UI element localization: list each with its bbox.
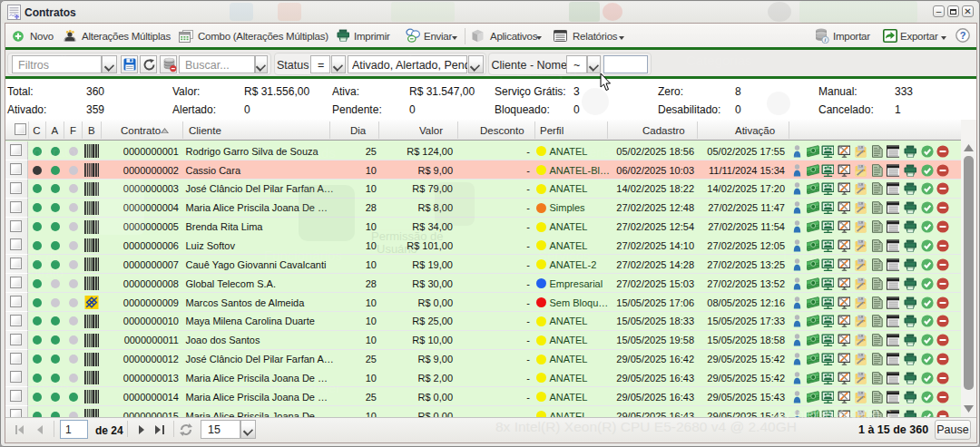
svg-text:i: i xyxy=(825,36,827,43)
svg-text:?: ? xyxy=(960,30,966,41)
